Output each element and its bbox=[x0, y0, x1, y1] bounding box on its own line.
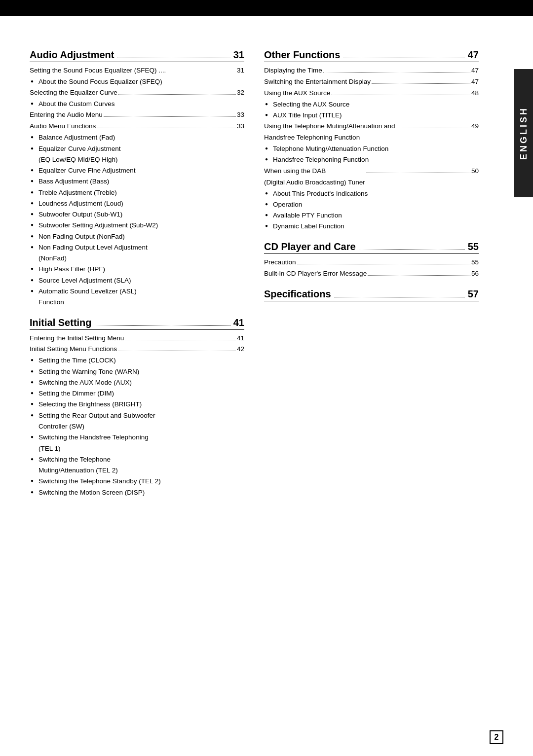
other-functions-section: Other Functions 47 Displaying the Time 4… bbox=[264, 49, 479, 232]
audio-bullet-hpf: High Pass Filter (HPF) bbox=[30, 264, 244, 275]
specifications-section: Specifications 57 bbox=[264, 288, 479, 301]
initial-entry-entering: Entering the Initial Setting Menu 41 bbox=[30, 333, 244, 344]
audio-bullet-subwoofer-set: Subwoofer Setting Adjustment (Sub-W2) bbox=[30, 220, 244, 231]
audio-adjustment-title: Audio Adjustment bbox=[30, 49, 114, 61]
right-column: Other Functions 47 Displaying the Time 4… bbox=[264, 49, 479, 507]
cd-player-section: CD Player and Care 55 Precaution 55 Buil… bbox=[264, 241, 479, 280]
audio-entry-sfeq: Setting the Sound Focus Equalizer (SFEQ)… bbox=[30, 65, 244, 76]
left-column: Audio Adjustment 31 Setting the Sound Fo… bbox=[30, 49, 244, 507]
other-bullet-aux-title: AUX Title Input (TITLE) bbox=[264, 110, 479, 121]
audio-bullet-sfeq-about: About the Sound Focus Equalizer (SFEQ) bbox=[30, 76, 244, 87]
audio-bullet-eq-curve-adj: Equalizer Curve Adjustment(EQ Low/EQ Mid… bbox=[30, 144, 244, 166]
initial-bullet-aux: Switching the AUX Mode (AUX) bbox=[30, 377, 244, 388]
cd-entry-precaution: Precaution 55 bbox=[264, 257, 479, 268]
audio-bullet-asl: Automatic Sound Levelizer (ASL)Function bbox=[30, 286, 244, 308]
cd-entry-error: Built-in CD Player's Error Message 56 bbox=[264, 268, 479, 280]
audio-bullet-sla: Source Level Adjustment (SLA) bbox=[30, 275, 244, 286]
other-bullet-tel-mute-fn: Telephone Muting/Attenuation Function bbox=[264, 144, 479, 154]
initial-bullet-warn: Setting the Warning Tone (WARN) bbox=[30, 366, 244, 377]
initial-bullet-clock: Setting the Time (CLOCK) bbox=[30, 355, 244, 366]
specifications-header: Specifications 57 bbox=[264, 288, 479, 301]
initial-setting-header: Initial Setting 41 bbox=[30, 317, 244, 330]
cd-player-title: CD Player and Care bbox=[264, 241, 356, 252]
side-tab: ENGLISH bbox=[514, 69, 533, 197]
other-entry-time: Displaying the Time 47 bbox=[264, 65, 479, 76]
initial-bullet-disp: Switching the Motion Screen (DISP) bbox=[30, 487, 244, 498]
page-container: ENGLISH Audio Adjustment 31 Setting the … bbox=[0, 0, 533, 756]
audio-entry-eq-curve: Selecting the Equalizer Curve 32 bbox=[30, 87, 244, 99]
audio-adjustment-section: Audio Adjustment 31 Setting the Sound Fo… bbox=[30, 49, 244, 308]
initial-bullet-handsfree: Switching the Handsfree Telephoning(TEL … bbox=[30, 432, 244, 454]
cd-player-page: 55 bbox=[468, 241, 479, 252]
initial-setting-title: Initial Setting bbox=[30, 317, 92, 328]
audio-bullet-subwoofer-out: Subwoofer Output (Sub-W1) bbox=[30, 209, 244, 220]
audio-bullet-balance: Balance Adjustment (Fad) bbox=[30, 132, 244, 143]
other-entry-dab: When using the DAB(Digital Audio Broadca… bbox=[264, 166, 479, 188]
audio-bullet-eq-fine: Equalizer Curve Fine Adjustment bbox=[30, 165, 244, 176]
audio-entry-audio-menu: Entering the Audio Menu 33 bbox=[30, 109, 244, 121]
other-bullet-pty: Available PTY Function bbox=[264, 210, 479, 221]
page-number: 2 bbox=[490, 730, 503, 744]
initial-bullet-rear-out: Setting the Rear Output and SubwooferCon… bbox=[30, 410, 244, 432]
other-bullet-select-aux: Selecting the AUX Source bbox=[264, 99, 479, 110]
initial-bullet-tel-mute: Switching the TelephoneMuting/Attenuatio… bbox=[30, 454, 244, 476]
audio-adjustment-header: Audio Adjustment 31 bbox=[30, 49, 244, 62]
specifications-title: Specifications bbox=[264, 288, 331, 300]
other-bullet-dab-indications: About This Product's Indications bbox=[264, 188, 479, 199]
audio-bullet-bass: Bass Adjustment (Bass) bbox=[30, 176, 244, 187]
other-functions-title: Other Functions bbox=[264, 49, 340, 61]
audio-bullet-nonfad-level: Non Fading Output Level Adjustment(NonFa… bbox=[30, 242, 244, 264]
top-bar bbox=[0, 0, 533, 16]
initial-setting-page: 41 bbox=[233, 317, 244, 328]
initial-bullet-tel-standby: Switching the Telephone Standby (TEL 2) bbox=[30, 476, 244, 487]
audio-entry-menu-functions: Audio Menu Functions 33 bbox=[30, 121, 244, 132]
other-entry-tel-mute: Using the Telephone Muting/Attenuation a… bbox=[264, 121, 479, 144]
other-entry-ent-display: Switching the Entertainment Display 47 bbox=[264, 76, 479, 88]
other-bullet-dlf: Dynamic Label Function bbox=[264, 221, 479, 232]
initial-bullet-dim: Setting the Dimmer (DIM) bbox=[30, 388, 244, 399]
initial-setting-section: Initial Setting 41 Entering the Initial … bbox=[30, 317, 244, 498]
other-entry-aux-source: Using the AUX Source 48 bbox=[264, 88, 479, 99]
audio-bullet-treble: Treble Adjustment (Treble) bbox=[30, 187, 244, 198]
audio-adjustment-page: 31 bbox=[233, 49, 244, 61]
main-content: Audio Adjustment 31 Setting the Sound Fo… bbox=[30, 49, 503, 507]
other-functions-header: Other Functions 47 bbox=[264, 49, 479, 62]
audio-bullet-custom-curves: About the Custom Curves bbox=[30, 99, 244, 109]
side-tab-label: ENGLISH bbox=[519, 107, 529, 160]
other-bullet-operation: Operation bbox=[264, 199, 479, 210]
audio-bullet-nonfad: Non Fading Output (NonFad) bbox=[30, 231, 244, 242]
specifications-page: 57 bbox=[468, 288, 479, 300]
other-functions-page: 47 bbox=[468, 49, 479, 61]
cd-player-header: CD Player and Care 55 bbox=[264, 241, 479, 254]
other-bullet-handsfree-fn: Handsfree Telephoning Function bbox=[264, 154, 479, 165]
initial-bullet-bright: Selecting the Brightness (BRIGHT) bbox=[30, 399, 244, 410]
initial-entry-functions: Initial Setting Menu Functions 42 bbox=[30, 344, 244, 355]
audio-bullet-loudness: Loudness Adjustment (Loud) bbox=[30, 198, 244, 209]
